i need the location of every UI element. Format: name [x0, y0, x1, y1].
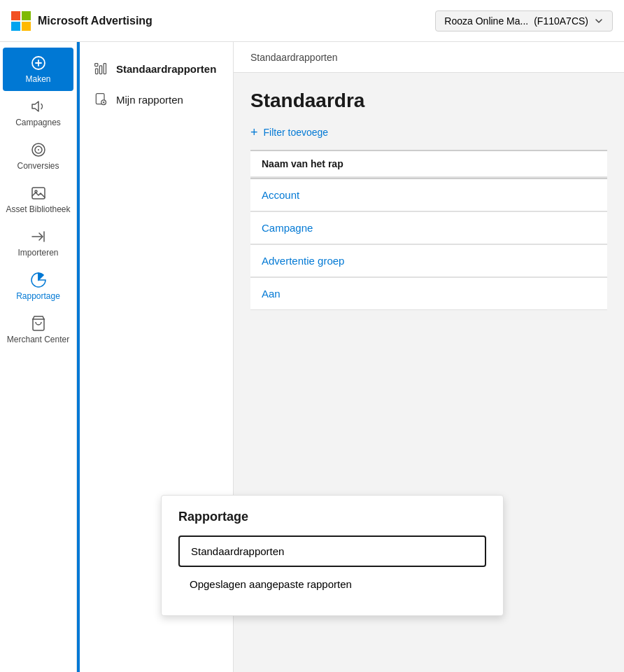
sidebar-item-rapportage[interactable]: Rapportage — [0, 265, 76, 308]
svg-rect-6 — [32, 188, 45, 199]
account-selector[interactable]: Rooza Online Ma... (F110A7CS) — [435, 10, 613, 31]
sidebar-item-conversies[interactable]: Conversies — [0, 134, 76, 178]
account-id: (F110A7CS) — [534, 15, 588, 27]
page-title: Standaardra — [250, 90, 607, 112]
target-icon — [30, 141, 47, 158]
breadcrumb: Standaardrapporten — [234, 42, 624, 73]
sidebar-item-importeren[interactable]: Importeren — [0, 221, 76, 265]
table-row-account[interactable]: Account — [250, 179, 607, 211]
sub-nav-mijn-rapporten-label: Mijn rapporten — [116, 94, 183, 106]
bar-chart-icon — [94, 62, 108, 76]
main-layout: Maken Campagnes Conversies — [0, 42, 624, 672]
image-icon — [30, 185, 47, 202]
dropdown-overlay: Rapportage Standaardrapporten Opgeslagen… — [161, 495, 504, 616]
sub-nav-standaardrapporten[interactable]: Standaardrapporten — [80, 53, 233, 84]
sidebar-item-merchant-center-label: Merchant Center — [7, 335, 69, 344]
dropdown-option-opgeslagen[interactable]: Opgeslagen aangepaste rapporten — [178, 570, 486, 598]
sidebar-item-asset-bibliotheek[interactable]: Asset Bibliotheek — [0, 178, 76, 221]
sidebar-item-campagnes[interactable]: Campagnes — [0, 91, 76, 134]
table-header-label: Naam van het rap — [262, 158, 343, 169]
sidebar-item-rapportage-label: Rapportage — [16, 291, 60, 301]
logo: Microsoft Advertising — [11, 11, 153, 31]
table-row-aan-label: Aan — [262, 288, 281, 300]
dropdown-option-opgeslagen-label: Opgeslagen aangepaste rapporten — [190, 578, 352, 590]
plus-filter-icon: + — [250, 126, 258, 139]
sidebar-item-maken[interactable]: Maken — [3, 48, 73, 91]
shopping-bag-icon — [30, 315, 47, 332]
dropdown-option-standaardrapporten[interactable]: Standaardrapporten — [178, 536, 486, 567]
svg-rect-14 — [95, 64, 98, 66]
table-row-campagne[interactable]: Campagne — [250, 212, 607, 244]
svg-rect-12 — [99, 66, 101, 74]
content-body: Standaardra + Filter toevoege Naam van h… — [234, 73, 624, 327]
main-area: Standaardrapporten Mijn rapporten Standa… — [77, 42, 624, 672]
sidebar-item-merchant-center[interactable]: Merchant Center — [0, 308, 76, 351]
breadcrumb-text: Standaardrapporten — [250, 52, 338, 63]
arrow-import-icon — [30, 228, 47, 245]
filter-label: Filter toevoege — [264, 127, 329, 138]
sidebar-item-maken-label: Maken — [25, 74, 50, 84]
table-row-campagne-label: Campagne — [262, 222, 313, 234]
dropdown-title: Rapportage — [178, 510, 486, 524]
megaphone-icon — [30, 98, 47, 115]
account-name: Rooza Online Ma... — [444, 15, 528, 27]
chart-pie-icon — [30, 272, 47, 288]
ms-logo-icon — [11, 11, 31, 31]
table-row-advertentie-groep[interactable]: Advertentie groep — [250, 245, 607, 277]
svg-point-5 — [38, 149, 39, 150]
filter-bar[interactable]: + Filter toevoege — [250, 126, 607, 139]
sidebar-item-importeren-label: Importeren — [17, 248, 58, 258]
settings-doc-icon — [94, 92, 108, 106]
sidebar-item-campagnes-label: Campagnes — [15, 118, 61, 127]
table-row-account-label: Account — [262, 189, 299, 201]
sidebar: Maken Campagnes Conversies — [0, 42, 77, 672]
app-name: Microsoft Advertising — [38, 15, 153, 27]
dropdown-option-standaardrapporten-label: Standaardrapporten — [191, 545, 284, 557]
chevron-down-icon — [594, 16, 604, 26]
table-row-advertentie-groep-label: Advertentie groep — [262, 255, 344, 267]
sidebar-item-conversies-label: Conversies — [17, 161, 59, 171]
header: Microsoft Advertising Rooza Online Ma...… — [0, 0, 624, 42]
plus-circle-icon — [30, 55, 47, 71]
table-row-aan[interactable]: Aan — [250, 278, 607, 310]
svg-rect-11 — [96, 69, 98, 74]
sub-nav-standaardrapporten-label: Standaardrapporten — [116, 63, 216, 75]
svg-rect-13 — [104, 64, 106, 74]
table-header: Naam van het rap — [250, 151, 607, 178]
sub-nav-mijn-rapporten[interactable]: Mijn rapporten — [80, 84, 233, 115]
sidebar-item-asset-bibliotheek-label: Asset Bibliotheek — [6, 204, 70, 214]
